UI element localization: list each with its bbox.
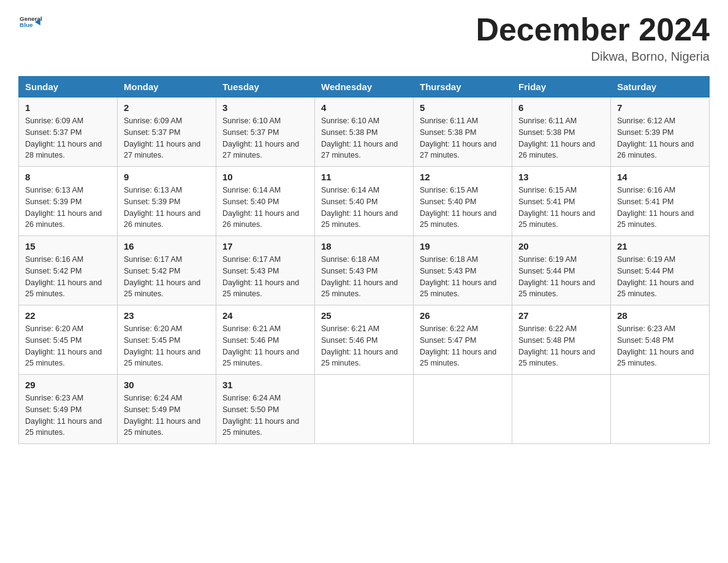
day-info: Sunrise: 6:18 AM Sunset: 5:43 PM Dayligh…: [420, 254, 506, 300]
day-info: Sunrise: 6:20 AM Sunset: 5:45 PM Dayligh…: [25, 323, 111, 369]
month-title: December 2024: [476, 12, 710, 47]
calendar-cell: [315, 375, 414, 444]
day-info: Sunrise: 6:23 AM Sunset: 5:49 PM Dayligh…: [25, 393, 111, 439]
calendar-cell: 15 Sunrise: 6:16 AM Sunset: 5:42 PM Dayl…: [19, 236, 118, 305]
calendar-cell: 3 Sunrise: 6:10 AM Sunset: 5:37 PM Dayli…: [216, 98, 315, 167]
calendar-cell: 21 Sunrise: 6:19 AM Sunset: 5:44 PM Dayl…: [611, 236, 710, 305]
weekday-header-monday: Monday: [118, 77, 216, 98]
day-info: Sunrise: 6:11 AM Sunset: 5:38 PM Dayligh…: [518, 115, 604, 161]
calendar-cell: 22 Sunrise: 6:20 AM Sunset: 5:45 PM Dayl…: [19, 305, 118, 375]
calendar-table: SundayMondayTuesdayWednesdayThursdayFrid…: [18, 76, 710, 444]
logo: General Blue: [18, 12, 42, 33]
day-number: 18: [321, 241, 407, 251]
day-info: Sunrise: 6:19 AM Sunset: 5:44 PM Dayligh…: [518, 254, 604, 300]
title-block: December 2024 Dikwa, Borno, Nigeria: [476, 12, 710, 64]
svg-text:Blue: Blue: [20, 21, 33, 28]
day-number: 6: [518, 102, 604, 113]
weekday-header-wednesday: Wednesday: [315, 77, 414, 98]
day-info: Sunrise: 6:21 AM Sunset: 5:46 PM Dayligh…: [222, 323, 308, 369]
day-info: Sunrise: 6:22 AM Sunset: 5:48 PM Dayligh…: [518, 323, 604, 369]
calendar-week-row: 29 Sunrise: 6:23 AM Sunset: 5:49 PM Dayl…: [19, 375, 710, 444]
calendar-cell: 7 Sunrise: 6:12 AM Sunset: 5:39 PM Dayli…: [611, 98, 710, 167]
day-info: Sunrise: 6:24 AM Sunset: 5:49 PM Dayligh…: [124, 393, 210, 439]
calendar-cell: 19 Sunrise: 6:18 AM Sunset: 5:43 PM Dayl…: [414, 236, 512, 305]
day-info: Sunrise: 6:09 AM Sunset: 5:37 PM Dayligh…: [124, 115, 210, 161]
day-number: 21: [617, 241, 703, 251]
day-info: Sunrise: 6:19 AM Sunset: 5:44 PM Dayligh…: [617, 254, 703, 300]
day-info: Sunrise: 6:13 AM Sunset: 5:39 PM Dayligh…: [25, 185, 111, 231]
day-number: 7: [617, 102, 703, 113]
day-number: 10: [222, 172, 308, 182]
day-number: 14: [617, 172, 703, 182]
day-number: 26: [420, 310, 506, 321]
calendar-cell: 4 Sunrise: 6:10 AM Sunset: 5:38 PM Dayli…: [315, 98, 414, 167]
day-number: 15: [25, 241, 111, 251]
day-number: 30: [124, 380, 210, 390]
calendar-cell: 29 Sunrise: 6:23 AM Sunset: 5:49 PM Dayl…: [19, 375, 118, 444]
calendar-cell: 1 Sunrise: 6:09 AM Sunset: 5:37 PM Dayli…: [19, 98, 118, 167]
day-number: 25: [321, 310, 407, 321]
day-number: 28: [617, 310, 703, 321]
calendar-cell: [414, 375, 512, 444]
day-number: 3: [222, 102, 308, 113]
calendar-week-row: 8 Sunrise: 6:13 AM Sunset: 5:39 PM Dayli…: [19, 167, 710, 236]
weekday-header-thursday: Thursday: [414, 77, 512, 98]
day-info: Sunrise: 6:21 AM Sunset: 5:46 PM Dayligh…: [321, 323, 407, 369]
day-info: Sunrise: 6:12 AM Sunset: 5:39 PM Dayligh…: [617, 115, 703, 161]
calendar-cell: 6 Sunrise: 6:11 AM Sunset: 5:38 PM Dayli…: [512, 98, 611, 167]
weekday-header-saturday: Saturday: [611, 77, 710, 98]
calendar-week-row: 22 Sunrise: 6:20 AM Sunset: 5:45 PM Dayl…: [19, 305, 710, 375]
day-number: 16: [124, 241, 210, 251]
calendar-cell: 25 Sunrise: 6:21 AM Sunset: 5:46 PM Dayl…: [315, 305, 414, 375]
calendar-cell: 24 Sunrise: 6:21 AM Sunset: 5:46 PM Dayl…: [216, 305, 315, 375]
day-number: 4: [321, 102, 407, 113]
calendar-cell: 12 Sunrise: 6:15 AM Sunset: 5:40 PM Dayl…: [414, 167, 512, 236]
calendar-cell: 27 Sunrise: 6:22 AM Sunset: 5:48 PM Dayl…: [512, 305, 611, 375]
day-number: 5: [420, 102, 506, 113]
calendar-cell: [611, 375, 710, 444]
calendar-cell: 5 Sunrise: 6:11 AM Sunset: 5:38 PM Dayli…: [414, 98, 512, 167]
day-number: 31: [222, 380, 308, 390]
day-info: Sunrise: 6:14 AM Sunset: 5:40 PM Dayligh…: [321, 185, 407, 231]
day-info: Sunrise: 6:17 AM Sunset: 5:42 PM Dayligh…: [124, 254, 210, 300]
calendar-cell: 20 Sunrise: 6:19 AM Sunset: 5:44 PM Dayl…: [512, 236, 611, 305]
calendar-cell: 18 Sunrise: 6:18 AM Sunset: 5:43 PM Dayl…: [315, 236, 414, 305]
calendar-cell: 2 Sunrise: 6:09 AM Sunset: 5:37 PM Dayli…: [118, 98, 216, 167]
calendar-cell: 26 Sunrise: 6:22 AM Sunset: 5:47 PM Dayl…: [414, 305, 512, 375]
calendar-cell: [512, 375, 611, 444]
day-number: 8: [25, 172, 111, 182]
calendar-week-row: 15 Sunrise: 6:16 AM Sunset: 5:42 PM Dayl…: [19, 236, 710, 305]
day-info: Sunrise: 6:22 AM Sunset: 5:47 PM Dayligh…: [420, 323, 506, 369]
calendar-cell: 14 Sunrise: 6:16 AM Sunset: 5:41 PM Dayl…: [611, 167, 710, 236]
day-info: Sunrise: 6:18 AM Sunset: 5:43 PM Dayligh…: [321, 254, 407, 300]
calendar-cell: 9 Sunrise: 6:13 AM Sunset: 5:39 PM Dayli…: [118, 167, 216, 236]
day-info: Sunrise: 6:16 AM Sunset: 5:42 PM Dayligh…: [25, 254, 111, 300]
day-number: 29: [25, 380, 111, 390]
calendar-week-row: 1 Sunrise: 6:09 AM Sunset: 5:37 PM Dayli…: [19, 98, 710, 167]
day-info: Sunrise: 6:10 AM Sunset: 5:38 PM Dayligh…: [321, 115, 407, 161]
day-number: 19: [420, 241, 506, 251]
day-info: Sunrise: 6:13 AM Sunset: 5:39 PM Dayligh…: [124, 185, 210, 231]
day-info: Sunrise: 6:15 AM Sunset: 5:40 PM Dayligh…: [420, 185, 506, 231]
day-info: Sunrise: 6:20 AM Sunset: 5:45 PM Dayligh…: [124, 323, 210, 369]
calendar-cell: 11 Sunrise: 6:14 AM Sunset: 5:40 PM Dayl…: [315, 167, 414, 236]
day-info: Sunrise: 6:17 AM Sunset: 5:43 PM Dayligh…: [222, 254, 308, 300]
day-info: Sunrise: 6:11 AM Sunset: 5:38 PM Dayligh…: [420, 115, 506, 161]
weekday-header-sunday: Sunday: [19, 77, 118, 98]
location: Dikwa, Borno, Nigeria: [476, 50, 710, 64]
day-number: 20: [518, 241, 604, 251]
day-number: 11: [321, 172, 407, 182]
day-number: 22: [25, 310, 111, 321]
day-number: 12: [420, 172, 506, 182]
day-info: Sunrise: 6:14 AM Sunset: 5:40 PM Dayligh…: [222, 185, 308, 231]
calendar-cell: 10 Sunrise: 6:14 AM Sunset: 5:40 PM Dayl…: [216, 167, 315, 236]
calendar-cell: 13 Sunrise: 6:15 AM Sunset: 5:41 PM Dayl…: [512, 167, 611, 236]
day-info: Sunrise: 6:16 AM Sunset: 5:41 PM Dayligh…: [617, 185, 703, 231]
weekday-header-friday: Friday: [512, 77, 611, 98]
day-number: 13: [518, 172, 604, 182]
calendar-cell: 28 Sunrise: 6:23 AM Sunset: 5:48 PM Dayl…: [611, 305, 710, 375]
day-number: 2: [124, 102, 210, 113]
day-info: Sunrise: 6:15 AM Sunset: 5:41 PM Dayligh…: [518, 185, 604, 231]
page-header: General Blue December 2024 Dikwa, Borno,…: [18, 12, 710, 64]
calendar-cell: 30 Sunrise: 6:24 AM Sunset: 5:49 PM Dayl…: [118, 375, 216, 444]
